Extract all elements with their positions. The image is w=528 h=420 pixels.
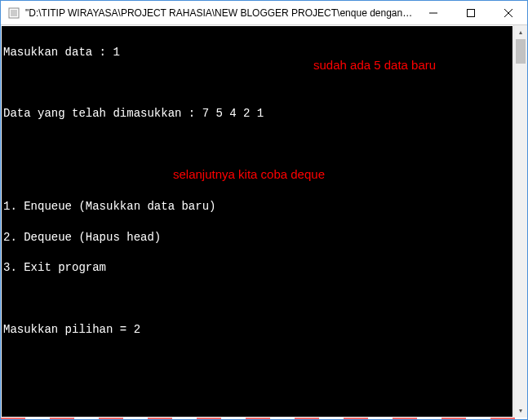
maximize-button[interactable] <box>452 1 490 24</box>
console-window: "D:\TITIP WIRAYASA\PROJECT RAHASIA\NEW B… <box>1 1 527 419</box>
data-label: Data yang telah dimasukkan : <box>3 107 202 120</box>
data-value: 7 5 4 2 1 <box>202 107 264 120</box>
client-area: Masukkan data : 1 Data yang telah dimasu… <box>1 25 527 418</box>
minimize-icon <box>429 9 437 17</box>
scrollbar-track[interactable] <box>514 39 527 404</box>
titlebar: "D:\TITIP WIRAYASA\PROJECT RAHASIA\NEW B… <box>1 1 527 25</box>
chevron-up-icon: ▴ <box>519 29 522 36</box>
console-output[interactable]: Masukkan data : 1 Data yang telah dimasu… <box>2 26 512 417</box>
scroll-down-button[interactable]: ▾ <box>514 404 527 418</box>
app-icon <box>7 7 20 20</box>
svg-rect-3 <box>468 9 475 16</box>
scroll-up-button[interactable]: ▴ <box>514 25 527 39</box>
console-line: Masukkan pilihan = 2 <box>3 322 512 338</box>
annotation-text: selanjutnya kita coba deque <box>173 166 325 183</box>
console-line <box>3 76 512 91</box>
bottom-edge-decoration <box>1 418 527 419</box>
choice-value: 2 <box>134 323 140 336</box>
input-prompt: Masukkan data : <box>3 46 113 59</box>
chevron-down-icon: ▾ <box>519 407 522 414</box>
close-button[interactable] <box>490 1 527 24</box>
menu-item: 2. Dequeue (Hapus head) <box>3 230 512 245</box>
annotation-text: sudah ada 5 data baru <box>313 57 436 73</box>
svg-rect-1 <box>11 10 17 16</box>
close-icon <box>504 9 512 17</box>
scrollbar-thumb[interactable] <box>516 39 526 64</box>
menu-item: 1. Enqueue (Masukkan data baru) <box>3 199 512 214</box>
menu-item: 3. Exit program <box>3 260 512 276</box>
choice-prompt: Masukkan pilihan = <box>3 323 134 336</box>
console-line: Masukkan data : 1 <box>3 45 512 60</box>
console-line <box>3 291 512 307</box>
titlebar-buttons <box>415 1 527 24</box>
window-title: "D:\TITIP WIRAYASA\PROJECT RAHASIA\NEW B… <box>20 7 415 19</box>
vertical-scrollbar[interactable]: ▴ ▾ <box>513 25 527 418</box>
input-value: 1 <box>113 46 119 59</box>
console-line: Data yang telah dimasukkan : 7 5 4 2 1 <box>3 106 512 122</box>
minimize-button[interactable] <box>415 1 452 24</box>
maximize-icon <box>467 9 475 17</box>
console-line <box>3 137 512 153</box>
